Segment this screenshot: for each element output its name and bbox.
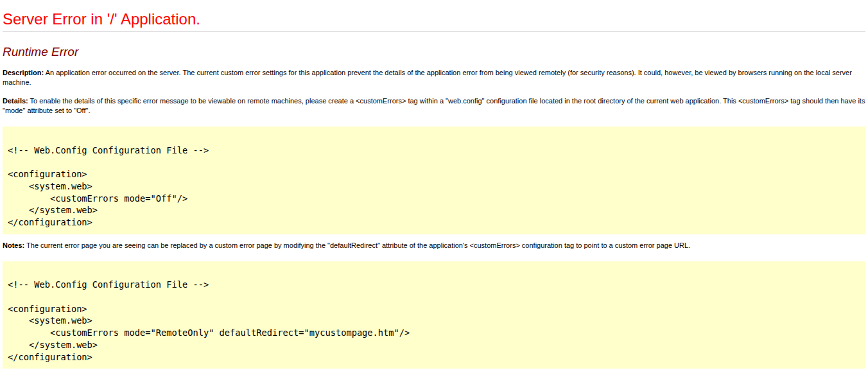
title-divider — [3, 31, 865, 31]
description-text: An application error occurred on the ser… — [3, 69, 852, 86]
code-block-custom-errors-remote-only: <!-- Web.Config Configuration File --> <… — [3, 261, 865, 369]
runtime-error-page: { "colors": { "heading": "#ff0000", "sub… — [3, 1, 865, 369]
notes-paragraph: Notes: The current error page you are se… — [3, 241, 865, 250]
details-label: Details: — [3, 97, 28, 105]
page-title: Server Error in '/' Application. — [3, 10, 865, 28]
code-custom-errors-off: <!-- Web.Config Configuration File --> <… — [3, 127, 865, 234]
description-label: Description: — [3, 69, 44, 76]
notes-text: The current error page you are seeing ca… — [26, 241, 690, 249]
details-text: To enable the details of this specific e… — [3, 97, 865, 114]
description-paragraph: Description: An application error occurr… — [3, 68, 865, 87]
details-paragraph: Details: To enable the details of this s… — [3, 96, 865, 116]
error-subtitle: Runtime Error — [3, 44, 865, 59]
notes-label: Notes: — [3, 241, 24, 249]
code-custom-errors-remote-only: <!-- Web.Config Configuration File --> <… — [3, 261, 865, 369]
code-block-custom-errors-off: <!-- Web.Config Configuration File --> <… — [3, 127, 865, 234]
